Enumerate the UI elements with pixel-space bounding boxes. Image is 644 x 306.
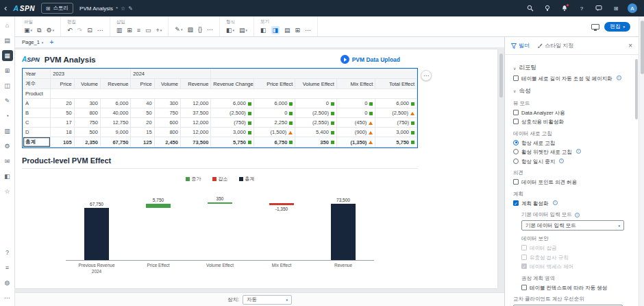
checkbox[interactable] bbox=[513, 75, 519, 81]
option-table-auto-height[interactable]: 테이블 세로 길이 자동 조정 및 페이지화 i bbox=[513, 75, 632, 82]
row-label[interactable]: A bbox=[23, 99, 51, 108]
search-icon[interactable] bbox=[525, 3, 536, 14]
checkbox[interactable] bbox=[521, 285, 527, 290]
option-validation-rules[interactable]: 유효성 검사 규칙 bbox=[521, 255, 632, 261]
layers-icon[interactable]: ▧ bbox=[187, 26, 193, 33]
nav-modeler-icon[interactable]: ✎ bbox=[2, 95, 13, 106]
option-data-locking[interactable]: 데이터 잠금 bbox=[521, 245, 632, 252]
pvm-waterfall-chart[interactable]: 증가 감소 총계 67,750 5,750 350 -1,350 73,500 bbox=[22, 176, 491, 274]
nav-stories-icon[interactable]: ▦ bbox=[2, 50, 13, 61]
section-properties[interactable]: ∨속성 bbox=[513, 87, 632, 95]
tools-more-icon[interactable]: ⋯ bbox=[207, 26, 213, 33]
nav-help-icon[interactable]: ? bbox=[2, 247, 13, 258]
info-icon[interactable]: i bbox=[553, 200, 558, 205]
insert-table-icon[interactable]: ⊞ bbox=[127, 27, 132, 34]
insert-shape-icon[interactable]: ▭ bbox=[145, 27, 151, 34]
apps-grid-icon[interactable]: ⊞ bbox=[610, 3, 621, 14]
column-header[interactable]: Revenue bbox=[180, 79, 210, 89]
paint-icon[interactable]: ✎▾ bbox=[175, 26, 182, 33]
legend-total[interactable]: 총계 bbox=[239, 176, 255, 183]
info-icon[interactable]: i bbox=[576, 149, 581, 154]
nav-alerts-icon[interactable]: ≡ bbox=[2, 262, 13, 273]
file-settings-gear-icon[interactable]: ⚙▾ bbox=[46, 27, 54, 34]
window-scrollbar-thumb[interactable] bbox=[641, 21, 644, 74]
legend-increase[interactable]: 증가 bbox=[186, 176, 201, 183]
bar-previous-revenue[interactable] bbox=[84, 208, 109, 260]
year-2023-cell[interactable]: 2023 bbox=[51, 69, 131, 79]
bar-price-effect[interactable] bbox=[146, 204, 171, 208]
panel-scrollbar[interactable] bbox=[635, 59, 638, 119]
bar-volume-effect[interactable] bbox=[208, 202, 232, 204]
view-left-panel-icon[interactable]: ◧ bbox=[260, 27, 267, 34]
radio[interactable] bbox=[513, 149, 519, 154]
tab-styling[interactable]: 스타일 지정 bbox=[537, 42, 573, 49]
favorite-star-icon[interactable]: ☆ bbox=[121, 5, 125, 12]
default-input-mode-select[interactable]: 기본 데이터 입력 모드▾ bbox=[521, 220, 624, 231]
nav-files-icon[interactable]: ▤ bbox=[2, 35, 13, 46]
nav-catalog-icon[interactable]: ◧ bbox=[2, 171, 13, 182]
help-icon[interactable]: ? bbox=[576, 3, 587, 14]
nav-recents-icon[interactable]: ◔ bbox=[2, 110, 13, 121]
column-header[interactable]: Volume Effect bbox=[295, 79, 337, 89]
duplicate-icon[interactable]: ⊡ bbox=[87, 27, 92, 34]
column-header[interactable]: Mix Effect bbox=[336, 79, 375, 89]
row-label[interactable]: C bbox=[23, 118, 51, 128]
nav-datasets-icon[interactable]: ◫ bbox=[2, 80, 13, 91]
nav-profile-icon[interactable]: ◍ bbox=[2, 277, 13, 288]
insert-chart-icon[interactable]: ▥ bbox=[116, 27, 123, 34]
column-header[interactable]: Price bbox=[51, 79, 74, 89]
option-data-analyzer[interactable]: Data Analyzer 사용 bbox=[513, 110, 632, 117]
year-2024-cell[interactable]: 2024 bbox=[131, 69, 211, 79]
close-panel-icon[interactable]: × bbox=[628, 43, 632, 49]
nav-reports-icon[interactable]: ▥ bbox=[2, 126, 13, 137]
column-header[interactable]: Revenue Changes bbox=[211, 79, 254, 89]
save-icon[interactable]: ▣▾ bbox=[24, 27, 32, 34]
edit-more-icon[interactable]: ⋯ bbox=[97, 27, 103, 34]
radio-selected[interactable] bbox=[513, 140, 519, 145]
tab-builder[interactable]: 빌더 bbox=[511, 42, 530, 49]
checkbox[interactable] bbox=[513, 110, 519, 115]
column-header[interactable]: Revenue bbox=[100, 79, 130, 89]
notifications-bell-icon[interactable] bbox=[559, 3, 570, 14]
device-preview-icon[interactable] bbox=[591, 24, 599, 30]
script-icon[interactable]: {} bbox=[198, 26, 202, 33]
nav-apps-icon[interactable]: ⊞ bbox=[2, 65, 13, 76]
column-header[interactable]: Volume bbox=[74, 79, 100, 89]
option-disable-interaction[interactable]: 상호작용 비활성화 bbox=[513, 119, 632, 126]
copy-icon[interactable]: ⧉ bbox=[37, 27, 41, 34]
column-header[interactable]: Price bbox=[131, 79, 154, 89]
option-data-access-control[interactable]: ✓ 데이터 액세스 제어 bbox=[521, 263, 632, 270]
legend-decrease[interactable]: 감소 bbox=[212, 176, 228, 183]
edit-mode-switch[interactable]: 편집▾ bbox=[604, 22, 630, 32]
avatar[interactable]: A bbox=[628, 3, 637, 13]
radio[interactable] bbox=[513, 158, 519, 164]
nav-favorites-icon[interactable]: ☆ bbox=[2, 186, 13, 197]
info-icon[interactable]: i bbox=[559, 158, 564, 163]
column-header[interactable]: Volume bbox=[154, 79, 180, 89]
nav-more-icon[interactable]: ⋯ bbox=[2, 292, 13, 303]
checkbox[interactable] bbox=[513, 179, 519, 185]
total-row-label[interactable]: 총계 bbox=[23, 137, 51, 148]
assistant-bulb-icon[interactable] bbox=[542, 3, 553, 14]
column-header[interactable]: Price Effect bbox=[253, 79, 295, 89]
section-reporting[interactable]: ∨리포팅 bbox=[513, 64, 632, 72]
tab-page-1[interactable]: Page_1▾ bbox=[22, 39, 43, 45]
window-scrollbar[interactable] bbox=[639, 16, 644, 306]
row-label[interactable]: D bbox=[23, 128, 51, 137]
column-header[interactable]: Total Effect bbox=[375, 79, 417, 89]
info-icon[interactable]: i bbox=[575, 213, 580, 217]
nav-home-icon[interactable]: ⌂ bbox=[2, 20, 13, 31]
checkbox[interactable] bbox=[513, 119, 519, 124]
row-label[interactable]: B bbox=[23, 108, 51, 118]
nav-settings-icon[interactable]: ⚙ bbox=[2, 141, 13, 152]
option-auto-generate[interactable]: 테이블 컨텍스트에 따라 자동 생성 bbox=[521, 285, 632, 292]
feedback-icon[interactable] bbox=[593, 3, 604, 14]
widget-context-menu-button[interactable]: ⋯ bbox=[421, 70, 432, 81]
option-datapoint-comments[interactable]: 데이터 포인트 의견 허용 bbox=[513, 179, 632, 186]
view-right-panel-icon[interactable]: ◨ bbox=[271, 26, 280, 34]
nav-messages-icon[interactable]: ✉ bbox=[2, 156, 13, 167]
view-filter-icon[interactable]: ⊞ bbox=[295, 27, 301, 34]
format-options-icon[interactable]: ▤▾ bbox=[239, 27, 247, 34]
bar-revenue[interactable] bbox=[331, 204, 356, 260]
theme-icon[interactable]: ◧▾ bbox=[226, 27, 234, 34]
